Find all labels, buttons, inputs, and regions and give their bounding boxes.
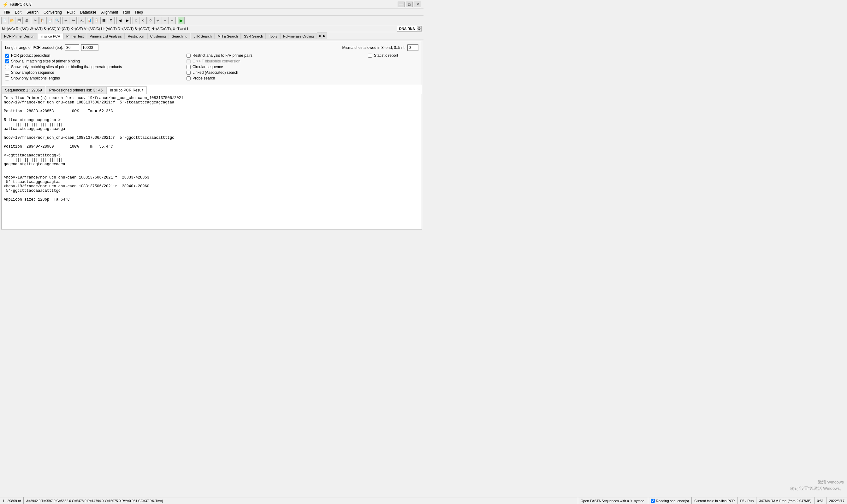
tb-undo[interactable]: ↩ [63,17,69,24]
tab-bar: PCR Primer Design In silico PCR Primer T… [0,32,423,39]
statistic-report-row: Statistic report [368,53,419,58]
result-panel[interactable]: In silico Primer(s) search for: hcov-19/… [2,94,422,229]
menu-bar: File Edit Search Converting PCR Database… [0,9,423,16]
menu-run[interactable]: Run [121,10,133,15]
show-amplicon-lengths-label: Show only amplicons lengths [11,76,60,80]
tb-c3[interactable]: © [147,17,154,24]
menu-converting[interactable]: Converting [41,10,64,15]
show-only-matching-label: Show only matching sites of primer bindi… [11,65,122,69]
tab-pcr-primer-design[interactable]: PCR Primer Design [1,33,37,39]
show-amplicon-lengths-checkbox[interactable] [5,76,9,80]
circular-seq-checkbox[interactable] [187,65,191,69]
linked-search-checkbox[interactable] [187,71,191,75]
probe-search-checkbox[interactable] [187,76,191,80]
tb-list[interactable]: 📋 [93,17,100,24]
tab-tools[interactable]: Tools [266,33,280,39]
tab-restriction[interactable]: Restriction [125,33,147,39]
length-max-input[interactable]: 10000 [81,44,99,51]
tb-save[interactable]: 💾 [16,17,23,24]
tb-settings[interactable]: ⚙ [108,17,114,24]
restrict-fr-label: Restrict analysis to F/R primer pairs [193,53,252,58]
tab-polymerase-cycling[interactable]: Polymerase Cycling [280,33,317,39]
tb-c2[interactable]: C [140,17,147,24]
tab-ssr-search[interactable]: SSR Search [241,33,266,39]
tb-right[interactable]: ▶ [124,17,131,24]
tb-arrow2[interactable]: ⇒ [169,17,176,24]
result-tab-predesigned[interactable]: Pre-designed primers list: 3 : 45 [46,86,106,94]
tab-primers-list-analysis[interactable]: Primers List Analysis [87,33,124,39]
tb-new[interactable]: 📄 [1,17,8,24]
c-t-bisulphite-row: C >> T bisulphite conversion [187,59,361,64]
show-amplicon-seq-checkbox[interactable] [5,71,9,75]
menu-pcr[interactable]: PCR [64,10,77,15]
dna-rna-arrows[interactable]: ▲ ▼ [417,26,421,31]
tab-mite-search[interactable]: MITE Search [215,33,241,39]
dna-rna-selector[interactable]: DNA RNA ▲ ▼ [397,26,422,32]
statistic-report-label: Statistic report [374,53,398,58]
tb-run[interactable]: ▶ [178,17,184,24]
show-only-matching-checkbox[interactable] [5,65,9,69]
tb-merge[interactable]: ⇌ [154,17,161,24]
iupac-bar: M=(A/C) R=(A/G) W=(A/T) S=(G/C) Y=(C/T) … [0,25,423,32]
close-button[interactable]: ✕ [414,2,421,7]
tab-scroll-left[interactable]: ◀ [317,32,322,39]
menu-database[interactable]: Database [77,10,99,15]
maximize-button[interactable]: □ [406,2,413,7]
show-all-matching-checkbox[interactable] [5,59,9,64]
restrict-fr-checkbox[interactable] [187,54,191,58]
dna-arrow-down[interactable]: ▼ [417,29,421,31]
tb-cut[interactable]: ✂ [32,17,39,24]
tb-chart[interactable]: 📊 [86,17,93,24]
menu-edit[interactable]: Edit [12,10,24,15]
length-min-input[interactable]: 30 [65,44,79,51]
length-range-group: Length range of PCR product (bp): 30 100… [5,44,99,51]
iupac-text: M=(A/C) R=(A/G) W=(A/T) S=(G/C) Y=(C/T) … [2,27,188,31]
show-only-matching-row: Show only matching sites of primer bindi… [5,65,180,69]
tab-searching[interactable]: Searching [169,33,190,39]
tb-left[interactable]: ◀ [117,17,123,24]
tab-in-silico-pcr[interactable]: In silico PCR [38,33,63,39]
menu-file[interactable]: File [1,10,12,15]
statistic-report-checkbox[interactable] [368,54,372,58]
tab-clustering[interactable]: Clustering [147,33,169,39]
menu-help[interactable]: Help [133,10,145,15]
mismatch-label: Mismatches allowed in 3'-end, 0..5 nt: [342,46,406,50]
tab-scroll-right[interactable]: ▶ [322,32,327,39]
tb-arrow1[interactable]: ↔ [162,17,169,24]
minimize-button[interactable]: — [398,2,405,7]
main-content: Length range of PCR product (bp): 30 100… [1,41,422,230]
menu-search[interactable]: Search [24,10,41,15]
result-tab-sequences[interactable]: Sequences: 1 : 29869 [2,86,46,94]
pcr-prediction-row: PCR product prediction [5,53,180,58]
app-icon: ⚡ [2,2,8,7]
tb-a1[interactable]: A1 [78,17,86,24]
options-top-row: Length range of PCR product (bp): 30 100… [5,44,419,51]
c-t-bisulphite-checkbox[interactable] [187,59,191,64]
result-tabs: Sequences: 1 : 29869 Pre-designed primer… [2,86,422,94]
probe-search-row: Probe search [187,76,361,80]
checkboxes-far-right: Statistic report [368,53,419,82]
tb-c1[interactable]: C [133,17,140,24]
mismatch-input[interactable]: 0 [407,44,419,51]
title-bar-left: ⚡ FastPCR 6.8 [2,2,32,7]
tb-open[interactable]: 📂 [8,17,16,24]
mismatch-group: Mismatches allowed in 3'-end, 0..5 nt: 0 [342,44,419,51]
tb-bar[interactable]: ▦ [100,17,107,24]
show-all-matching-row: Show all matching sites of primer bindin… [5,59,180,64]
pcr-prediction-checkbox[interactable] [5,54,9,58]
restrict-fr-row: Restrict analysis to F/R primer pairs [187,53,361,58]
tab-ltr-search[interactable]: LTR Search [191,33,215,39]
tb-paste[interactable]: 📑 [47,17,53,24]
result-tab-insilico[interactable]: In silico PCR Result [106,86,147,94]
checkboxes-right: Restrict analysis to F/R primer pairs C … [187,53,361,82]
title-bar-controls[interactable]: — □ ✕ [398,2,421,7]
menu-alignment[interactable]: Alignment [99,10,121,15]
show-amplicon-seq-row: Show amplicon sequence [5,70,180,75]
tb-print[interactable]: 🖨 [23,17,30,24]
tb-redo[interactable]: ↪ [70,17,77,24]
checkboxes-container: PCR product prediction Show all matching… [5,53,419,82]
tab-primer-test[interactable]: Primer Test [64,33,87,39]
tb-find[interactable]: 🔍 [54,17,60,24]
app-title: FastPCR 6.8 [10,2,32,7]
tb-copy[interactable]: 📋 [39,17,46,24]
